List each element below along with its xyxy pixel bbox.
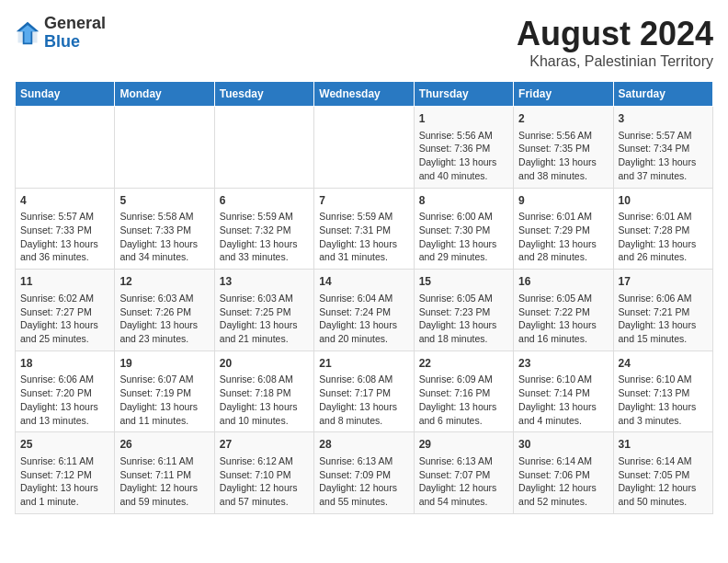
day-number: 10: [619, 193, 708, 209]
day-info: Sunrise: 6:13 AM Sunset: 7:07 PM Dayligh…: [419, 454, 508, 509]
week-row-5: 25Sunrise: 6:11 AM Sunset: 7:12 PM Dayli…: [16, 432, 713, 514]
day-number: 18: [20, 356, 109, 372]
day-number: 29: [419, 437, 508, 453]
day-info: Sunrise: 6:12 AM Sunset: 7:10 PM Dayligh…: [220, 454, 309, 509]
day-cell: 4Sunrise: 5:57 AM Sunset: 7:33 PM Daylig…: [16, 188, 115, 270]
day-cell: 25Sunrise: 6:11 AM Sunset: 7:12 PM Dayli…: [16, 432, 115, 514]
day-info: Sunrise: 5:57 AM Sunset: 7:33 PM Dayligh…: [20, 210, 109, 264]
day-number: 27: [220, 437, 309, 453]
day-number: 24: [619, 356, 708, 372]
day-header-wednesday: Wednesday: [314, 82, 414, 107]
day-number: 23: [518, 356, 608, 372]
day-cell: 1Sunrise: 5:56 AM Sunset: 7:36 PM Daylig…: [414, 107, 513, 189]
day-info: Sunrise: 5:56 AM Sunset: 7:36 PM Dayligh…: [419, 129, 508, 183]
day-info: Sunrise: 5:56 AM Sunset: 7:35 PM Dayligh…: [518, 129, 608, 183]
day-info: Sunrise: 6:10 AM Sunset: 7:13 PM Dayligh…: [619, 373, 708, 427]
day-cell: 21Sunrise: 6:08 AM Sunset: 7:17 PM Dayli…: [314, 350, 414, 432]
day-number: 4: [20, 193, 109, 209]
day-cell: [115, 107, 214, 189]
day-cell: 7Sunrise: 5:59 AM Sunset: 7:31 PM Daylig…: [314, 188, 414, 270]
day-info: Sunrise: 6:01 AM Sunset: 7:29 PM Dayligh…: [518, 210, 608, 264]
day-info: Sunrise: 5:58 AM Sunset: 7:33 PM Dayligh…: [119, 210, 209, 264]
page-header: General Blue August 2024 Kharas, Palesti…: [15, 15, 713, 70]
day-info: Sunrise: 6:06 AM Sunset: 7:20 PM Dayligh…: [20, 373, 109, 427]
day-cell: 2Sunrise: 5:56 AM Sunset: 7:35 PM Daylig…: [514, 107, 613, 189]
day-cell: 9Sunrise: 6:01 AM Sunset: 7:29 PM Daylig…: [514, 188, 613, 270]
day-cell: [214, 107, 313, 189]
day-info: Sunrise: 6:03 AM Sunset: 7:25 PM Dayligh…: [220, 292, 309, 346]
day-cell: 8Sunrise: 6:00 AM Sunset: 7:30 PM Daylig…: [414, 188, 513, 270]
day-info: Sunrise: 6:08 AM Sunset: 7:17 PM Dayligh…: [319, 373, 408, 427]
calendar-table: SundayMondayTuesdayWednesdayThursdayFrid…: [15, 81, 713, 514]
logo-icon: [15, 20, 40, 46]
day-number: 8: [419, 193, 508, 209]
day-number: 19: [119, 356, 209, 372]
logo: General Blue: [15, 15, 106, 52]
day-cell: 23Sunrise: 6:10 AM Sunset: 7:14 PM Dayli…: [514, 350, 613, 432]
day-number: 9: [518, 193, 608, 209]
day-info: Sunrise: 6:01 AM Sunset: 7:28 PM Dayligh…: [619, 210, 708, 264]
day-cell: 22Sunrise: 6:09 AM Sunset: 7:16 PM Dayli…: [414, 350, 513, 432]
day-cell: 30Sunrise: 6:14 AM Sunset: 7:06 PM Dayli…: [514, 432, 613, 514]
day-info: Sunrise: 6:05 AM Sunset: 7:23 PM Dayligh…: [419, 292, 508, 346]
logo-text: General Blue: [44, 15, 106, 52]
day-number: 17: [619, 274, 708, 290]
day-cell: 29Sunrise: 6:13 AM Sunset: 7:07 PM Dayli…: [414, 432, 513, 514]
day-number: 2: [518, 111, 608, 127]
day-cell: 27Sunrise: 6:12 AM Sunset: 7:10 PM Dayli…: [214, 432, 313, 514]
day-cell: 26Sunrise: 6:11 AM Sunset: 7:11 PM Dayli…: [115, 432, 214, 514]
week-row-3: 11Sunrise: 6:02 AM Sunset: 7:27 PM Dayli…: [16, 270, 713, 351]
day-header-friday: Friday: [514, 82, 613, 107]
day-number: 15: [419, 274, 508, 290]
day-info: Sunrise: 6:11 AM Sunset: 7:12 PM Dayligh…: [20, 454, 109, 509]
day-info: Sunrise: 6:14 AM Sunset: 7:06 PM Dayligh…: [518, 454, 608, 509]
week-row-1: 1Sunrise: 5:56 AM Sunset: 7:36 PM Daylig…: [16, 107, 713, 189]
day-cell: 3Sunrise: 5:57 AM Sunset: 7:34 PM Daylig…: [613, 107, 712, 189]
day-number: 21: [319, 356, 408, 372]
day-cell: 11Sunrise: 6:02 AM Sunset: 7:27 PM Dayli…: [16, 270, 115, 351]
day-cell: 6Sunrise: 5:59 AM Sunset: 7:32 PM Daylig…: [214, 188, 313, 270]
day-cell: 10Sunrise: 6:01 AM Sunset: 7:28 PM Dayli…: [613, 188, 712, 270]
day-cell: 12Sunrise: 6:03 AM Sunset: 7:26 PM Dayli…: [115, 270, 214, 351]
day-info: Sunrise: 5:59 AM Sunset: 7:32 PM Dayligh…: [220, 210, 309, 264]
day-cell: 17Sunrise: 6:06 AM Sunset: 7:21 PM Dayli…: [613, 270, 712, 351]
day-cell: 14Sunrise: 6:04 AM Sunset: 7:24 PM Dayli…: [314, 270, 414, 351]
day-info: Sunrise: 6:02 AM Sunset: 7:27 PM Dayligh…: [20, 292, 109, 346]
day-number: 31: [619, 437, 708, 453]
sub-title: Kharas, Palestinian Territory: [517, 53, 713, 70]
day-cell: 5Sunrise: 5:58 AM Sunset: 7:33 PM Daylig…: [115, 188, 214, 270]
day-cell: 16Sunrise: 6:05 AM Sunset: 7:22 PM Dayli…: [514, 270, 613, 351]
day-info: Sunrise: 6:14 AM Sunset: 7:05 PM Dayligh…: [619, 454, 708, 509]
day-number: 16: [518, 274, 608, 290]
day-cell: 19Sunrise: 6:07 AM Sunset: 7:19 PM Dayli…: [115, 350, 214, 432]
day-number: 22: [419, 356, 508, 372]
day-info: Sunrise: 6:10 AM Sunset: 7:14 PM Dayligh…: [518, 373, 608, 427]
day-cell: 28Sunrise: 6:13 AM Sunset: 7:09 PM Dayli…: [314, 432, 414, 514]
day-info: Sunrise: 6:07 AM Sunset: 7:19 PM Dayligh…: [119, 373, 209, 427]
day-number: 20: [220, 356, 309, 372]
day-cell: 18Sunrise: 6:06 AM Sunset: 7:20 PM Dayli…: [16, 350, 115, 432]
day-header-tuesday: Tuesday: [214, 82, 313, 107]
header-row: SundayMondayTuesdayWednesdayThursdayFrid…: [16, 82, 713, 107]
day-info: Sunrise: 6:11 AM Sunset: 7:11 PM Dayligh…: [119, 454, 209, 509]
day-cell: 15Sunrise: 6:05 AM Sunset: 7:23 PM Dayli…: [414, 270, 513, 351]
day-info: Sunrise: 6:09 AM Sunset: 7:16 PM Dayligh…: [419, 373, 508, 427]
day-info: Sunrise: 6:05 AM Sunset: 7:22 PM Dayligh…: [518, 292, 608, 346]
logo-blue: Blue: [44, 32, 80, 51]
day-cell: [16, 107, 115, 189]
day-cell: 13Sunrise: 6:03 AM Sunset: 7:25 PM Dayli…: [214, 270, 313, 351]
day-header-thursday: Thursday: [414, 82, 513, 107]
day-number: 28: [319, 437, 408, 453]
day-cell: 20Sunrise: 6:08 AM Sunset: 7:18 PM Dayli…: [214, 350, 313, 432]
day-number: 30: [518, 437, 608, 453]
day-number: 3: [619, 111, 708, 127]
day-number: 12: [119, 274, 209, 290]
day-header-monday: Monday: [115, 82, 214, 107]
day-info: Sunrise: 6:06 AM Sunset: 7:21 PM Dayligh…: [619, 292, 708, 346]
day-number: 14: [319, 274, 408, 290]
day-number: 6: [220, 193, 309, 209]
day-info: Sunrise: 6:04 AM Sunset: 7:24 PM Dayligh…: [319, 292, 408, 346]
day-cell: 31Sunrise: 6:14 AM Sunset: 7:05 PM Dayli…: [613, 432, 712, 514]
day-number: 13: [220, 274, 309, 290]
day-info: Sunrise: 5:59 AM Sunset: 7:31 PM Dayligh…: [319, 210, 408, 264]
